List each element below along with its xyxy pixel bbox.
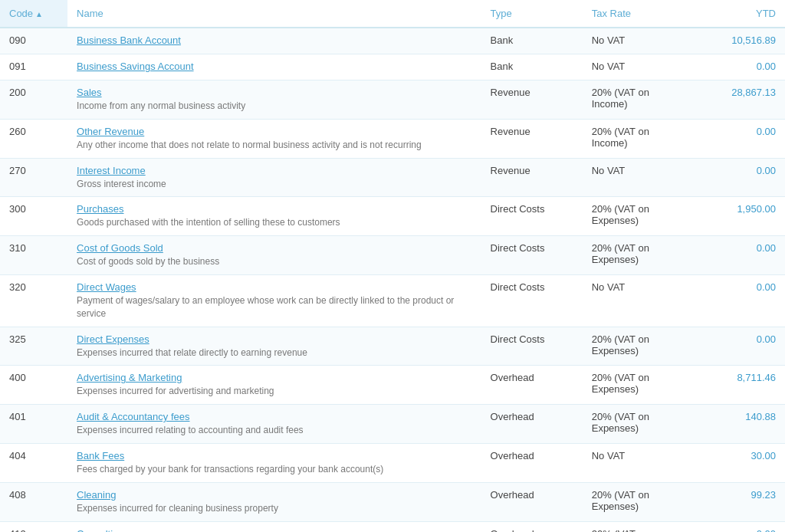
cell-name: Other RevenueAny other income that does … bbox=[67, 119, 481, 158]
cell-code: 325 bbox=[0, 327, 67, 366]
account-description: Payment of wages/salary to an employee w… bbox=[77, 295, 454, 319]
cell-name: CleaningExpenses incurred for cleaning b… bbox=[67, 482, 481, 521]
table-row: 270Interest IncomeGross interest incomeR… bbox=[0, 158, 785, 197]
account-name-link[interactable]: Purchases bbox=[77, 203, 472, 215]
table-row: 091Business Savings AccountBankNo VAT0.0… bbox=[0, 54, 785, 80]
table-row: 404Bank FeesFees charged by your bank fo… bbox=[0, 443, 785, 482]
account-name-link[interactable]: Direct Expenses bbox=[77, 333, 472, 345]
table-row: 400Advertising & MarketingExpenses incur… bbox=[0, 366, 785, 405]
account-name-link[interactable]: Business Savings Account bbox=[77, 61, 472, 72]
header-type[interactable]: Type bbox=[481, 0, 583, 28]
cell-taxrate: 20% (VAT on Expenses) bbox=[583, 236, 692, 275]
account-name-link[interactable]: Cost of Goods Sold bbox=[77, 242, 472, 254]
cell-taxrate: 20% (VAT on Expenses) bbox=[583, 197, 692, 236]
accounts-table: Code▲ Name Type Tax Rate YTD 090Business… bbox=[0, 0, 785, 532]
header-taxrate[interactable]: Tax Rate bbox=[583, 0, 692, 28]
cell-taxrate: No VAT bbox=[583, 443, 692, 482]
cell-name: Business Bank Account bbox=[67, 28, 481, 54]
cell-ytd: 140.88 bbox=[692, 405, 785, 444]
cell-code: 401 bbox=[0, 405, 67, 444]
cell-type: Revenue bbox=[481, 119, 583, 158]
account-description: Gross interest income bbox=[77, 179, 166, 189]
cell-name: Direct WagesPayment of wages/salary to a… bbox=[67, 274, 481, 327]
account-name-link[interactable]: Business Bank Account bbox=[77, 34, 472, 46]
cell-type: Bank bbox=[481, 54, 583, 80]
account-description: Goods purchased with the intention of se… bbox=[77, 217, 340, 228]
cell-taxrate: 20% (VAT on Expenses) bbox=[583, 405, 692, 444]
account-description: Cost of goods sold by the business bbox=[77, 256, 219, 267]
cell-type: Bank bbox=[481, 28, 583, 54]
cell-taxrate: 20% (VAT on Expenses) bbox=[583, 327, 692, 366]
table-row: 090Business Bank AccountBankNo VAT10,516… bbox=[0, 28, 785, 54]
cell-type: Direct Costs bbox=[481, 236, 583, 275]
cell-taxrate: No VAT bbox=[583, 274, 692, 327]
table-row: 200SalesIncome from any normal business … bbox=[0, 80, 785, 120]
account-description: Fees charged by your bank for transactio… bbox=[77, 464, 383, 475]
cell-code: 091 bbox=[0, 54, 67, 80]
cell-taxrate: 20% (VAT on Income) bbox=[583, 119, 692, 158]
cell-ytd: 99.23 bbox=[692, 482, 785, 521]
cell-type: Revenue bbox=[481, 80, 583, 120]
account-name-link[interactable]: Sales bbox=[77, 87, 472, 98]
sort-arrow-icon: ▲ bbox=[35, 10, 43, 18]
header-name[interactable]: Name bbox=[67, 0, 481, 28]
cell-name: Interest IncomeGross interest income bbox=[67, 158, 481, 197]
table-row: 325Direct ExpensesExpenses incurred that… bbox=[0, 327, 785, 366]
cell-taxrate: 20% (VAT on Expenses) bbox=[583, 482, 692, 521]
cell-ytd: 1,950.00 bbox=[692, 197, 785, 236]
header-code[interactable]: Code▲ bbox=[0, 0, 67, 28]
header-type-label: Type bbox=[491, 8, 512, 19]
account-description: Expenses incurred relating to accounting… bbox=[77, 425, 304, 435]
cell-type: Overhead bbox=[481, 443, 583, 482]
table-row: 260Other RevenueAny other income that do… bbox=[0, 119, 785, 158]
cell-code: 260 bbox=[0, 119, 67, 158]
cell-code: 300 bbox=[0, 197, 67, 236]
header-ytd[interactable]: YTD bbox=[692, 0, 785, 28]
cell-taxrate: 20% (VAT on Income) bbox=[583, 80, 692, 120]
account-name-link[interactable]: Advertising & Marketing bbox=[77, 372, 472, 383]
cell-ytd: 28,867.13 bbox=[692, 80, 785, 120]
account-name-link[interactable]: Other Revenue bbox=[77, 126, 472, 137]
cell-type: Direct Costs bbox=[481, 274, 583, 327]
cell-ytd: 0.00 bbox=[692, 274, 785, 327]
cell-ytd: 0.00 bbox=[692, 521, 785, 532]
account-description: Expenses incurred for advertising and ma… bbox=[77, 386, 274, 396]
header-code-label: Code bbox=[9, 8, 33, 19]
cell-code: 200 bbox=[0, 80, 67, 120]
cell-ytd: 0.00 bbox=[692, 158, 785, 197]
cell-code: 270 bbox=[0, 158, 67, 197]
account-description: Any other income that does not relate to… bbox=[77, 140, 422, 150]
cell-taxrate: 20% (VAT on Expenses) bbox=[583, 521, 692, 532]
account-name-link[interactable]: Bank Fees bbox=[77, 450, 472, 461]
cell-name: Advertising & MarketingExpenses incurred… bbox=[67, 366, 481, 405]
cell-code: 408 bbox=[0, 482, 67, 521]
cell-type: Overhead bbox=[481, 482, 583, 521]
cell-ytd: 0.00 bbox=[692, 54, 785, 80]
cell-taxrate: No VAT bbox=[583, 158, 692, 197]
cell-code: 310 bbox=[0, 236, 67, 275]
header-ytd-label: YTD bbox=[756, 8, 776, 19]
account-name-link[interactable]: Consulting bbox=[77, 528, 472, 532]
cell-code: 404 bbox=[0, 443, 67, 482]
cell-name: Cost of Goods SoldCost of goods sold by … bbox=[67, 236, 481, 275]
cell-taxrate: No VAT bbox=[583, 28, 692, 54]
account-name-link[interactable]: Audit & Accountancy fees bbox=[77, 411, 472, 422]
cell-type: Overhead bbox=[481, 366, 583, 405]
cell-ytd: 10,516.89 bbox=[692, 28, 785, 54]
cell-name: Bank FeesFees charged by your bank for t… bbox=[67, 443, 481, 482]
table-header-row: Code▲ Name Type Tax Rate YTD bbox=[0, 0, 785, 28]
cell-taxrate: 20% (VAT on Expenses) bbox=[583, 366, 692, 405]
account-description: Expenses incurred that relate directly t… bbox=[77, 347, 307, 358]
cell-type: Overhead bbox=[481, 405, 583, 444]
cell-name: PurchasesGoods purchased with the intent… bbox=[67, 197, 481, 236]
cell-taxrate: No VAT bbox=[583, 54, 692, 80]
table-row: 310Cost of Goods SoldCost of goods sold … bbox=[0, 236, 785, 275]
cell-ytd: 8,711.46 bbox=[692, 366, 785, 405]
account-name-link[interactable]: Interest Income bbox=[77, 165, 472, 176]
account-name-link[interactable]: Direct Wages bbox=[77, 281, 472, 293]
table-row: 320Direct WagesPayment of wages/salary t… bbox=[0, 274, 785, 327]
table-row: 408CleaningExpenses incurred for cleanin… bbox=[0, 482, 785, 521]
account-name-link[interactable]: Cleaning bbox=[77, 489, 472, 501]
header-name-label: Name bbox=[77, 8, 103, 19]
cell-type: Direct Costs bbox=[481, 197, 583, 236]
